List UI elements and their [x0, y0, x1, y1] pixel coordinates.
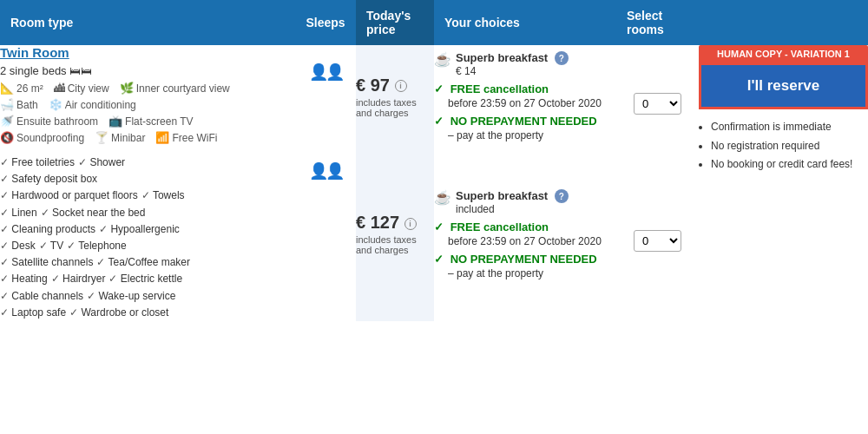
col-room-type: Room type	[0, 0, 295, 45]
no-prepay-label-2: ✓ NO PREPAYMENT NEEDED	[434, 253, 616, 266]
price-info-icon-2[interactable]: i	[404, 218, 417, 230]
amenity-list-cell: Free toiletries Shower Safety deposit bo…	[0, 148, 295, 321]
amenity-satellite: Satellite channels	[0, 254, 93, 271]
green-check-icon-4: ✓	[434, 253, 444, 266]
breakfast-help-icon-1[interactable]: ?	[555, 51, 569, 65]
wifi-text: Free WiFi	[172, 132, 217, 144]
breakfast-row-2: ☕ Superb breakfast ? included	[434, 189, 616, 216]
breakfast-icon-1: ☕	[434, 51, 451, 68]
sleeps-cell-2: 👤👤	[295, 148, 356, 321]
no-prepay-text-2: NO PREPAYMENT NEEDED	[450, 253, 597, 266]
free-cancel-row-1: ✓ FREE cancellation before 23:59 on 27 O…	[434, 82, 616, 109]
free-cancel-text-2: FREE cancellation	[450, 220, 549, 233]
size-text: 26 m²	[16, 82, 43, 95]
feature-ac: ❄️ Air conditioning	[49, 98, 136, 111]
soundproofing-icon: 🔇	[0, 131, 14, 144]
soundproofing-text: Soundproofing	[16, 132, 84, 144]
choices-cell-2: ☕ Superb breakfast ? included ✓ FREE can…	[434, 148, 616, 321]
col-select: Select rooms	[616, 0, 699, 45]
cityview-text: City view	[68, 82, 109, 95]
prepay-detail-2: – pay at the property	[434, 267, 616, 279]
amenity-towels: Towels	[141, 187, 185, 204]
feature-soundproofing: 🔇 Soundproofing	[0, 131, 84, 144]
amenity-hairdryer: Hairdryer	[51, 271, 106, 287]
table-header: Room type Sleeps Today's price Your choi…	[0, 0, 868, 45]
breakfast-label-1: Superb breakfast ?	[456, 51, 569, 66]
ensuite-text: Ensuite bathroom	[16, 115, 98, 128]
ensuite-icon: 🚿	[0, 115, 14, 128]
room-name-link[interactable]: Twin Room	[0, 45, 69, 60]
bed-info: 2 single beds 🛏🛏	[0, 64, 295, 77]
benefit-3: No booking or credit card fees!	[711, 155, 868, 174]
room-features-3: 🚿 Ensuite bathroom 📺 Flat-screen TV	[0, 115, 295, 128]
amenity-coffee: Tea/Coffee maker	[96, 254, 190, 271]
amenity-kettle: Electric kettle	[108, 271, 182, 287]
feature-tv: 📺 Flat-screen TV	[108, 115, 193, 128]
ac-icon: ❄️	[49, 98, 62, 111]
sleeps-icons-2: 👤👤	[309, 162, 342, 180]
no-prepay-row-1: ✓ NO PREPAYMENT NEEDED – pay at the prop…	[434, 115, 616, 141]
amenity-hardwood: Hardwood or parquet floors	[0, 187, 138, 204]
feature-minibar: 🍸 Minibar	[95, 131, 145, 144]
no-prepay-label-1: ✓ NO PREPAYMENT NEEDED	[434, 115, 616, 128]
reserve-button[interactable]: I'll reserve	[699, 62, 868, 109]
courtyard-icon: 🌿	[120, 82, 134, 95]
breakfast-price-1: € 14	[456, 65, 569, 77]
breakfast-label-2: Superb breakfast ?	[456, 189, 569, 204]
price-amount-1: € 97 i	[356, 76, 434, 95]
breakfast-row-1: ☕ Superb breakfast ? € 14	[434, 51, 616, 78]
free-cancel-label-2: ✓ FREE cancellation	[434, 220, 616, 233]
breakfast-icon-2: ☕	[434, 189, 451, 206]
free-cancel-label-1: ✓ FREE cancellation	[434, 82, 616, 95]
minibar-icon: 🍸	[95, 131, 108, 144]
amenity-telephone: Telephone	[67, 238, 127, 254]
col-price: Today's price	[356, 0, 434, 45]
benefit-1: Confirmation is immediate	[711, 118, 868, 137]
price-sub-1: includes taxes and charges	[356, 97, 434, 118]
room-features-2: 🛁 Bath ❄️ Air conditioning	[0, 98, 295, 111]
amenity-cleaning: Cleaning products	[0, 221, 95, 238]
feature-ensuite: 🚿 Ensuite bathroom	[0, 115, 98, 128]
amenity-wardrobe: Wardrobe or closet	[69, 305, 168, 321]
room-features: 📐 26 m² 🏙 City view 🌿 Inner courtyard vi…	[0, 82, 295, 95]
room-select-1[interactable]: 0 1 2 3 4 5	[634, 93, 681, 115]
human-copy-badge: HUMAN COPY - VARIATION 1	[699, 45, 868, 62]
benefit-2: No registration required	[711, 137, 868, 156]
no-prepay-row-2: ✓ NO PREPAYMENT NEEDED – pay at the prop…	[434, 253, 616, 279]
green-check-icon-1: ✓	[434, 82, 444, 95]
room-features-4: 🔇 Soundproofing 🍸 Minibar 📶 Free WiFi	[0, 131, 295, 144]
sleeps-icons: 👤👤	[309, 63, 342, 81]
breakfast-label-text-2: Superb breakfast	[456, 189, 548, 202]
room-select-2[interactable]: 0 1 2 3 4 5	[634, 230, 681, 252]
reserve-cell: HUMAN COPY - VARIATION 1 I'll reserve Co…	[699, 45, 868, 321]
bath-text: Bath	[16, 99, 38, 111]
no-prepay-text-1: NO PREPAYMENT NEEDED	[450, 115, 597, 128]
amenity-shower: Shower	[78, 155, 125, 171]
green-check-icon-2: ✓	[434, 115, 444, 128]
tv-icon: 📺	[108, 115, 122, 128]
feature-courtyard: 🌿 Inner courtyard view	[120, 82, 230, 95]
col-reserve	[699, 0, 868, 45]
ac-text: Air conditioning	[65, 99, 136, 111]
amenity-cable: Cable channels	[0, 288, 83, 305]
feature-wifi: 📶 Free WiFi	[155, 131, 217, 144]
feature-city-view: 🏙 City view	[54, 82, 109, 95]
breakfast-label-text: Superb breakfast	[456, 51, 548, 64]
col-sleeps: Sleeps	[295, 0, 356, 45]
feature-size: 📐 26 m²	[0, 82, 43, 95]
size-icon: 📐	[0, 82, 14, 95]
cityview-icon: 🏙	[54, 82, 65, 95]
price-value-2: € 127	[356, 213, 399, 232]
amenity-linen: Linen	[0, 205, 37, 221]
price-amount-2: € 127 i	[356, 213, 434, 233]
price-info-icon-1[interactable]: i	[395, 80, 407, 92]
select-cell-1: 0 1 2 3 4 5	[616, 45, 699, 148]
green-check-icon-3: ✓	[434, 220, 444, 233]
amenity-checklist: Free toiletries Shower Safety deposit bo…	[0, 155, 295, 321]
price-cell-2: € 127 i includes taxes and charges	[356, 148, 434, 321]
prepay-detail-1: – pay at the property	[434, 129, 616, 141]
choices-cell-1: ☕ Superb breakfast ? € 14 ✓ FREE cancell…	[434, 45, 616, 148]
breakfast-help-icon-2[interactable]: ?	[555, 189, 569, 203]
wifi-icon: 📶	[155, 131, 169, 144]
room-info-cell: Twin Room 2 single beds 🛏🛏 📐 26 m² 🏙 Cit…	[0, 45, 295, 148]
